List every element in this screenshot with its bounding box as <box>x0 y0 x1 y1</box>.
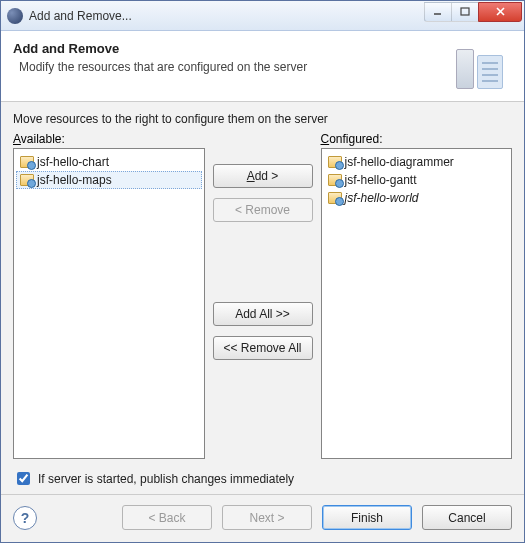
list-item[interactable]: jsf-hello-maps <box>16 171 202 189</box>
dialog-window: Add and Remove... Add and Remove Modify … <box>0 0 525 543</box>
cancel-button[interactable]: Cancel <box>422 505 512 530</box>
back-button[interactable]: < Back <box>122 505 212 530</box>
finish-button[interactable]: Finish <box>322 505 412 530</box>
document-icon <box>477 55 503 89</box>
list-item-label: jsf-hello-maps <box>37 173 112 187</box>
add-button[interactable]: Add > <box>213 164 313 188</box>
transfer-buttons: Add > < Remove Add All >> << Remove All <box>213 132 313 459</box>
list-item-label: jsf-hello-gantt <box>345 173 417 187</box>
page-title: Add and Remove <box>13 41 448 56</box>
titlebar[interactable]: Add and Remove... <box>1 1 524 31</box>
list-item[interactable]: jsf-hello-gantt <box>324 171 510 189</box>
close-button[interactable] <box>478 2 522 22</box>
module-icon <box>328 192 342 204</box>
instructions-text: Move resources to the right to configure… <box>13 112 512 126</box>
publish-checkbox-label: If server is started, publish changes im… <box>38 472 294 486</box>
remove-all-button[interactable]: << Remove All <box>213 336 313 360</box>
available-listbox[interactable]: jsf-hello-chartjsf-hello-maps <box>13 148 205 459</box>
page-subtitle: Modify the resources that are configured… <box>19 60 448 74</box>
configured-label: Configured: <box>321 132 513 146</box>
remove-button[interactable]: < Remove <box>213 198 313 222</box>
next-button[interactable]: Next > <box>222 505 312 530</box>
available-label: Available: <box>13 132 205 146</box>
module-icon <box>328 156 342 168</box>
svg-rect-1 <box>461 8 469 15</box>
configured-listbox[interactable]: jsf-hello-diagrammerjsf-hello-ganttjsf-h… <box>321 148 513 459</box>
publish-checkbox-row[interactable]: If server is started, publish changes im… <box>13 469 512 488</box>
module-icon <box>328 174 342 186</box>
server-icon <box>456 49 474 89</box>
list-item-label: jsf-hello-chart <box>37 155 109 169</box>
minimize-button[interactable] <box>424 2 452 22</box>
content-area: Move resources to the right to configure… <box>1 102 524 494</box>
maximize-button[interactable] <box>451 2 479 22</box>
wizard-footer: ? < Back Next > Finish Cancel <box>1 494 524 542</box>
module-icon <box>20 156 34 168</box>
window-title: Add and Remove... <box>29 9 425 23</box>
banner-image <box>456 41 512 89</box>
help-button[interactable]: ? <box>13 506 37 530</box>
list-item-label: jsf-hello-diagrammer <box>345 155 454 169</box>
publish-checkbox[interactable] <box>17 472 30 485</box>
eclipse-icon <box>7 8 23 24</box>
available-column: Available: jsf-hello-chartjsf-hello-maps <box>13 132 205 459</box>
list-item[interactable]: jsf-hello-chart <box>16 153 202 171</box>
add-all-button[interactable]: Add All >> <box>213 302 313 326</box>
list-item[interactable]: jsf-hello-diagrammer <box>324 153 510 171</box>
list-item-label: jsf-hello-world <box>345 191 419 205</box>
list-item[interactable]: jsf-hello-world <box>324 189 510 207</box>
configured-column: Configured: jsf-hello-diagrammerjsf-hell… <box>321 132 513 459</box>
header-banner: Add and Remove Modify the resources that… <box>1 31 524 102</box>
window-controls <box>425 2 522 22</box>
module-icon <box>20 174 34 186</box>
